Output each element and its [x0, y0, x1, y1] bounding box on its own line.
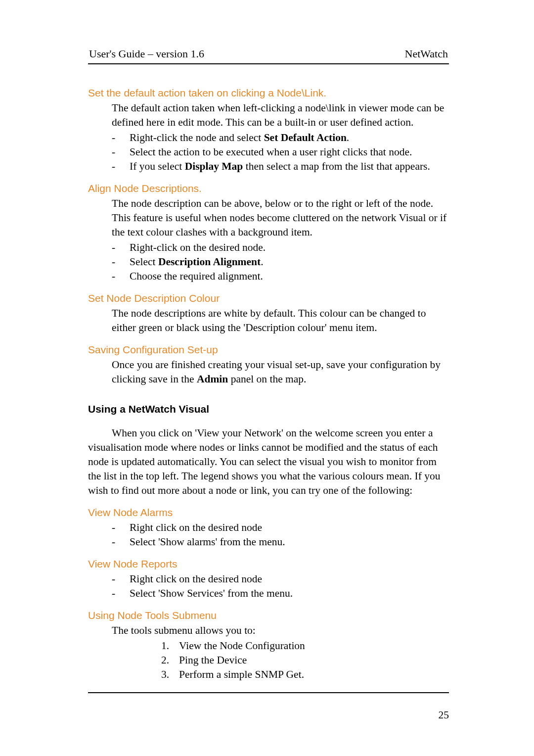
list-item: 1.View the Node Configuration — [161, 639, 449, 653]
list-item: Select 'Show alarms' from the menu. — [112, 535, 449, 549]
heading-view-alarms: View Node Alarms — [88, 507, 449, 519]
text: Right-click on the desired node. — [130, 241, 266, 253]
intro-default-action: The default action taken when left-click… — [112, 101, 449, 130]
list-item: Right-click on the desired node. — [112, 240, 449, 255]
bold-text: Set Default Action — [264, 132, 347, 143]
heading-align-descriptions: Align Node Descriptions. — [88, 183, 449, 194]
list-view-alarms: Right click on the desired node Select '… — [88, 520, 449, 549]
bold-text: Description Alignment — [158, 256, 261, 268]
list-view-reports: Right click on the desired node Select '… — [88, 572, 449, 601]
section-default-action: Set the default action taken on clicking… — [88, 87, 449, 174]
text: . — [261, 256, 263, 268]
section-saving-config: Saving Configuration Set-up Once you are… — [88, 344, 449, 386]
intro-tools-submenu: The tools submenu allows you to: — [112, 623, 449, 638]
section-view-reports: View Node Reports Right click on the des… — [88, 558, 449, 601]
para-using-visual: When you click on 'View your Network' on… — [88, 426, 449, 498]
heading-description-colour: Set Node Description Colour — [88, 292, 449, 304]
section-align-descriptions: Align Node Descriptions. The node descri… — [88, 183, 449, 284]
list-tools-submenu: 1.View the Node Configuration 2.Ping the… — [88, 639, 449, 682]
text: Choose the required alignment. — [130, 270, 263, 282]
header-left: User's Guide – version 1.6 — [89, 47, 204, 60]
footer-rule — [88, 692, 449, 693]
list-item: 2.Ping the Device — [161, 653, 449, 667]
list-item: 3.Perform a simple SNMP Get. — [161, 667, 449, 682]
num: 2. — [161, 653, 169, 667]
num: 1. — [161, 639, 169, 653]
section-view-alarms: View Node Alarms Right click on the desi… — [88, 507, 449, 549]
text: If you select — [130, 160, 185, 172]
section-tools-submenu: Using Node Tools Submenu The tools subme… — [88, 610, 449, 682]
list-item: Right-click the node and select Set Defa… — [112, 131, 449, 145]
list-item: Choose the required alignment. — [112, 269, 449, 284]
heading-using-visual: Using a NetWatch Visual — [88, 403, 449, 415]
bold-text: Admin — [197, 373, 228, 385]
heading-view-reports: View Node Reports — [88, 558, 449, 570]
text: Select — [130, 256, 158, 268]
page-number: 25 — [88, 709, 449, 721]
text: Right-click the node and select — [130, 132, 264, 143]
text: . — [347, 132, 349, 143]
text: When you click on 'View your Network' on… — [88, 427, 441, 496]
list-item: Select the action to be executed when a … — [112, 145, 449, 159]
heading-saving-config: Saving Configuration Set-up — [88, 344, 449, 356]
list-item: Select Description Alignment. — [112, 255, 449, 269]
text: panel on the map. — [228, 373, 306, 385]
list-align-descriptions: Right-click on the desired node. Select … — [88, 240, 449, 284]
section-description-colour: Set Node Description Colour The node des… — [88, 292, 449, 335]
list-item: Right click on the desired node — [112, 520, 449, 535]
page-footer: 25 — [88, 692, 449, 721]
num: 3. — [161, 667, 169, 682]
document-page: User's Guide – version 1.6 NetWatch Set … — [0, 0, 534, 756]
heading-tools-submenu: Using Node Tools Submenu — [88, 610, 449, 621]
bold-text: Display Map — [185, 160, 243, 172]
list-item: If you select Display Map then select a … — [112, 159, 449, 174]
heading-default-action: Set the default action taken on clicking… — [88, 87, 449, 99]
list-item: Select 'Show Services' from the menu. — [112, 586, 449, 601]
header-rule — [88, 63, 449, 64]
text: View the Node Configuration — [179, 640, 305, 652]
intro-align-descriptions: The node description can be above, below… — [112, 196, 449, 239]
text: Perform a simple SNMP Get. — [179, 668, 304, 680]
text: Ping the Device — [179, 654, 247, 666]
intro-saving-config: Once you are finished creating your visu… — [112, 358, 449, 386]
intro-description-colour: The node descriptions are white by defau… — [112, 306, 449, 335]
page-header: User's Guide – version 1.6 NetWatch — [88, 47, 449, 63]
text: Select the action to be executed when a … — [130, 146, 412, 158]
header-right: NetWatch — [405, 47, 448, 60]
list-default-action: Right-click the node and select Set Defa… — [88, 131, 449, 174]
text: then select a map from the list that app… — [243, 160, 430, 172]
list-item: Right click on the desired node — [112, 572, 449, 586]
